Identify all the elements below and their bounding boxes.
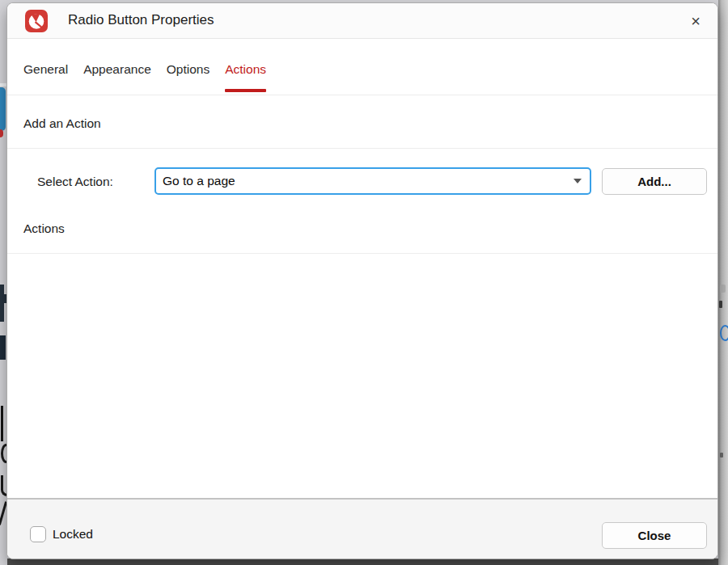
background-bottom-strip — [0, 559, 728, 565]
tab-label: Options — [167, 62, 210, 76]
pdf-app-icon — [25, 10, 48, 32]
tab-actions[interactable]: Actions — [225, 62, 266, 95]
dialog-footer: Locked Close — [7, 498, 717, 559]
tab-label: Appearance — [83, 62, 151, 76]
bg-fragment — [720, 285, 726, 293]
tab-options[interactable]: Options — [167, 62, 210, 95]
locked-label: Locked — [53, 527, 93, 542]
bg-text-fragment — [1, 406, 3, 441]
actions-list-heading: Actions — [23, 221, 65, 236]
background-right-fragment — [718, 0, 728, 565]
active-tab-underline — [225, 89, 266, 92]
bg-text-fragment — [0, 285, 4, 322]
add-button[interactable]: Add... — [602, 168, 707, 195]
radio-button-properties-dialog: Radio Button Properties × General Appear… — [6, 2, 718, 559]
properties-tabs: General Appearance Options Actions — [7, 39, 717, 95]
bg-blue-logo-fragment — [0, 87, 6, 131]
divider — [7, 148, 717, 149]
bg-blue-glyph-fragment — [720, 325, 728, 341]
tab-label: General — [23, 62, 68, 76]
bg-text-fragment — [0, 335, 6, 360]
locked-checkbox[interactable] — [30, 526, 46, 542]
select-action-label: Select Action: — [37, 175, 113, 189]
dropdown-selected-value: Go to a page — [163, 174, 574, 188]
close-icon[interactable]: × — [682, 8, 709, 34]
chevron-down-icon — [574, 179, 582, 183]
add-an-action-heading: Add an Action — [23, 116, 101, 131]
tab-general[interactable]: General — [23, 62, 68, 95]
close-button[interactable]: Close — [602, 522, 707, 549]
bg-red-fragment — [0, 129, 3, 137]
divider — [7, 253, 717, 254]
dialog-titlebar: Radio Button Properties × — [7, 3, 717, 39]
tab-label: Actions — [225, 62, 266, 76]
tab-appearance[interactable]: Appearance — [83, 62, 151, 95]
bg-fragment — [719, 301, 722, 308]
dialog-title: Radio Button Properties — [68, 12, 214, 28]
select-action-dropdown[interactable]: Go to a page — [154, 167, 591, 195]
bg-fragment — [720, 453, 723, 457]
